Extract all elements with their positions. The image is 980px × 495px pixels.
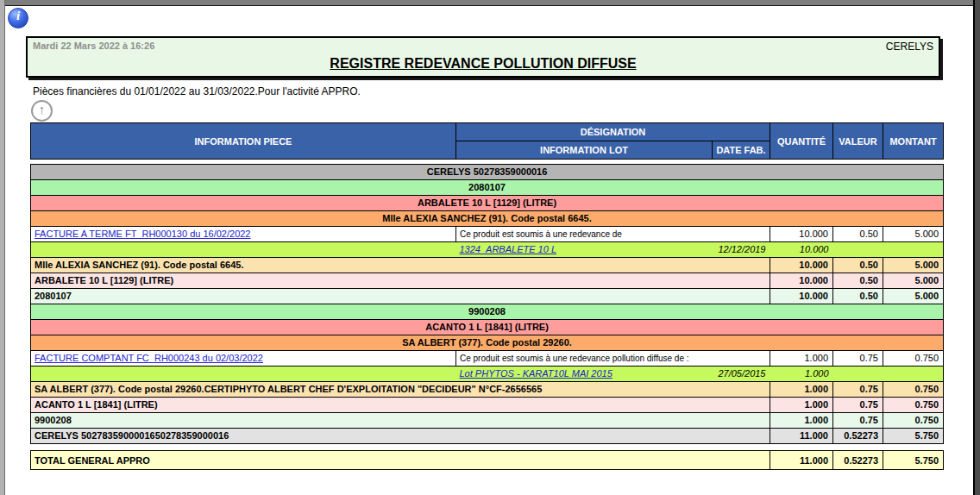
lot-link[interactable]: 1324_ARBALETE 10 L	[460, 244, 557, 254]
value-cell: 0.75	[833, 398, 883, 413]
group-label: ACANTO 1 L [1841] (LITRE)	[31, 320, 944, 335]
detail-row: FACTURE A TERME FT_RH000130 du 16/02/202…	[31, 227, 944, 242]
group-row-client: Mlle ALEXIA SANCHEZ (91). Code postal 66…	[31, 211, 944, 227]
subtotal-label: SA ALBERT (377). Code postal 29260.CERTI…	[31, 382, 770, 398]
subtotal-label: 2080107	[31, 289, 770, 304]
quantity-cell: 11.000	[770, 429, 833, 444]
amount-cell: 5.000	[883, 227, 944, 242]
designation-cell: Ce produit est soumis à une redevance po…	[456, 351, 770, 367]
total-label: TOTAL GENERAL APPRO	[31, 451, 770, 470]
empty-piece-cell	[31, 367, 456, 382]
group-row-client: SA ALBERT (377). Code postal 29260.	[31, 335, 944, 351]
total-amount: 5.750	[883, 451, 944, 470]
value-cell: 0.75	[833, 413, 883, 429]
subtotal-row-product: ARBALETE 10 L [1129] (LITRE)10.0000.505.…	[31, 273, 944, 289]
value-cell: 0.50	[833, 227, 883, 242]
amount-cell: 0.750	[883, 351, 944, 367]
group-label: Mlle ALEXIA SANCHEZ (91). Code postal 66…	[31, 211, 944, 227]
invoice-link[interactable]: FACTURE COMPTANT FC_RH000243 du 02/03/20…	[35, 353, 263, 363]
column-header-quantite: QUANTITÉ	[770, 123, 833, 160]
quantity-cell: 1.000	[770, 351, 833, 367]
amount-cell: 5.000	[883, 258, 944, 273]
group-label: 9900208	[31, 304, 944, 320]
subtotal-label: ARBALETE 10 L [1129] (LITRE)	[31, 273, 770, 289]
amount-cell: 0.750	[883, 398, 944, 413]
quantity-cell: 10.000	[770, 242, 833, 258]
amount-cell: 5.000	[883, 289, 944, 304]
date-fab-cell: 12/12/2019	[713, 242, 770, 258]
subtotal-label: 9900208	[31, 413, 770, 429]
quantity-cell: 1.000	[770, 382, 833, 398]
empty-value-cell	[833, 242, 883, 258]
column-header-valeur: VALEUR	[833, 123, 883, 160]
quantity-cell: 1.000	[770, 367, 833, 382]
window-frame-right	[973, 0, 980, 495]
subtotal-row-product: ACANTO 1 L [1841] (LITRE)1.0000.750.750	[31, 398, 944, 413]
invoice-link[interactable]: FACTURE A TERME FT_RH000130 du 16/02/202…	[35, 229, 250, 239]
empty-piece-cell	[31, 242, 456, 258]
quantity-cell: 10.000	[770, 258, 833, 273]
subtotal-label: CERELYS 5027835900001650278359000016	[31, 429, 770, 444]
value-cell: 0.52273	[833, 429, 883, 444]
report-table: CERELYS 502783590000162080107ARBALETE 10…	[30, 164, 944, 444]
total-value: 0.52273	[833, 451, 883, 470]
value-cell: 0.50	[833, 258, 883, 273]
value-cell: 0.50	[833, 273, 883, 289]
designation-cell: Ce produit est soumis à une redevance de	[456, 227, 770, 242]
group-label: CERELYS 50278359000016	[31, 165, 944, 180]
group-row-code: 2080107	[31, 180, 944, 196]
group-row-product: ACANTO 1 L [1841] (LITRE)	[31, 320, 944, 335]
value-cell: 0.50	[833, 289, 883, 304]
report-subtitle: Pièces financières du 01/01/2022 au 31/0…	[33, 85, 361, 97]
window-frame-left	[0, 0, 5, 495]
scroll-top-button[interactable]: ↑	[31, 100, 53, 122]
total-row: TOTAL GENERAL APPRO 11.000 0.52273 5.750	[31, 451, 944, 470]
empty-amount-cell	[883, 367, 944, 382]
column-header-date-fab: DATE FAB.	[713, 141, 770, 160]
up-arrow-icon: ↑	[39, 102, 46, 116]
amount-cell: 0.750	[883, 413, 944, 429]
group-label: SA ALBERT (377). Code postal 29260.	[31, 335, 944, 351]
lot-row: Lot PHYTOS - KARAT10L MAI 201527/05/2015…	[31, 367, 944, 382]
company-name: CERELYS	[886, 41, 933, 53]
column-header-montant: MONTANT	[883, 123, 944, 160]
group-row-product: ARBALETE 10 L [1129] (LITRE)	[31, 196, 944, 211]
subtotal-row-code: 208010710.0000.505.000	[31, 289, 944, 304]
group-label: ARBALETE 10 L [1129] (LITRE)	[31, 196, 944, 211]
quantity-cell: 10.000	[770, 227, 833, 242]
subtotal-label: ACANTO 1 L [1841] (LITRE)	[31, 398, 770, 413]
invoice-cell: FACTURE A TERME FT_RH000130 du 16/02/202…	[31, 227, 456, 242]
report-datetime: Mardi 22 Mars 2022 à 16:26	[33, 41, 154, 51]
window-frame-top	[0, 0, 980, 6]
empty-amount-cell	[883, 242, 944, 258]
lot-link[interactable]: Lot PHYTOS - KARAT10L MAI 2015	[460, 368, 612, 379]
table-header: INFORMATION PIECE DÉSIGNATION QUANTITÉ V…	[30, 122, 944, 160]
detail-row: FACTURE COMPTANT FC_RH000243 du 02/03/20…	[31, 351, 944, 367]
column-header-information-lot: INFORMATION LOT	[456, 141, 713, 160]
lot-cell: Lot PHYTOS - KARAT10L MAI 2015	[456, 367, 713, 382]
value-cell: 0.75	[833, 382, 883, 398]
group-label: 2080107	[31, 180, 944, 196]
column-header-information-piece: INFORMATION PIECE	[31, 123, 456, 160]
value-cell: 0.75	[833, 351, 883, 367]
info-icon[interactable]: i	[8, 8, 28, 28]
total-quantity: 11.000	[770, 451, 833, 470]
page-title: REGISTRE REDEVANCE POLLUTION DIFFUSE	[28, 56, 939, 72]
subtotal-row-site: CERELYS 502783590000165027835900001611.0…	[31, 429, 944, 444]
total-table: TOTAL GENERAL APPRO 11.000 0.52273 5.750	[30, 450, 944, 470]
quantity-cell: 10.000	[770, 289, 833, 304]
lot-row: 1324_ARBALETE 10 L12/12/201910.000	[31, 242, 944, 258]
invoice-cell: FACTURE COMPTANT FC_RH000243 du 02/03/20…	[31, 351, 456, 367]
lot-cell: 1324_ARBALETE 10 L	[456, 242, 713, 258]
group-row-site: CERELYS 50278359000016	[31, 165, 944, 180]
subtotal-row-code: 99002081.0000.750.750	[31, 413, 944, 429]
report-page: i Mardi 22 Mars 2022 à 16:26 CERELYS REG…	[0, 0, 980, 495]
column-header-designation: DÉSIGNATION	[456, 123, 770, 141]
group-row-code: 9900208	[31, 304, 944, 320]
subtotal-row-client: Mlle ALEXIA SANCHEZ (91). Code postal 66…	[31, 258, 944, 273]
quantity-cell: 1.000	[770, 398, 833, 413]
amount-cell: 0.750	[883, 382, 944, 398]
amount-cell: 5.750	[883, 429, 944, 444]
subtotal-label: Mlle ALEXIA SANCHEZ (91). Code postal 66…	[31, 258, 770, 273]
quantity-cell: 10.000	[770, 273, 833, 289]
